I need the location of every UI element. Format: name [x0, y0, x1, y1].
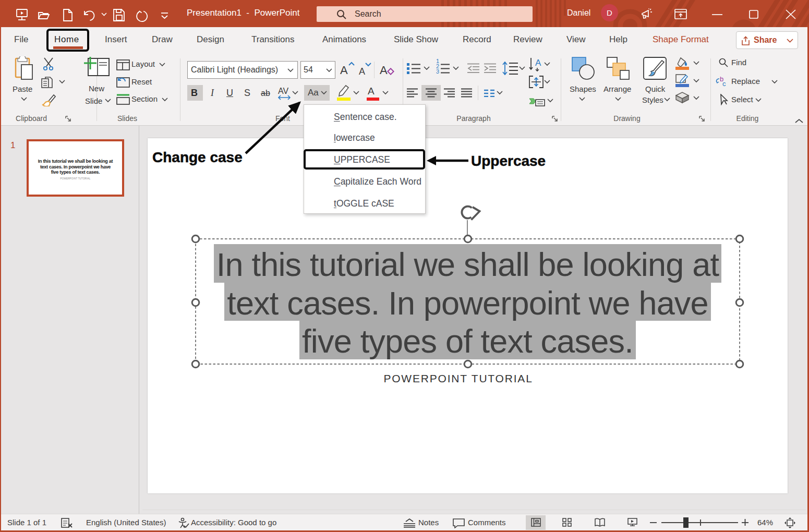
svg-text:c: c: [722, 80, 726, 87]
svg-text:A: A: [535, 58, 541, 68]
